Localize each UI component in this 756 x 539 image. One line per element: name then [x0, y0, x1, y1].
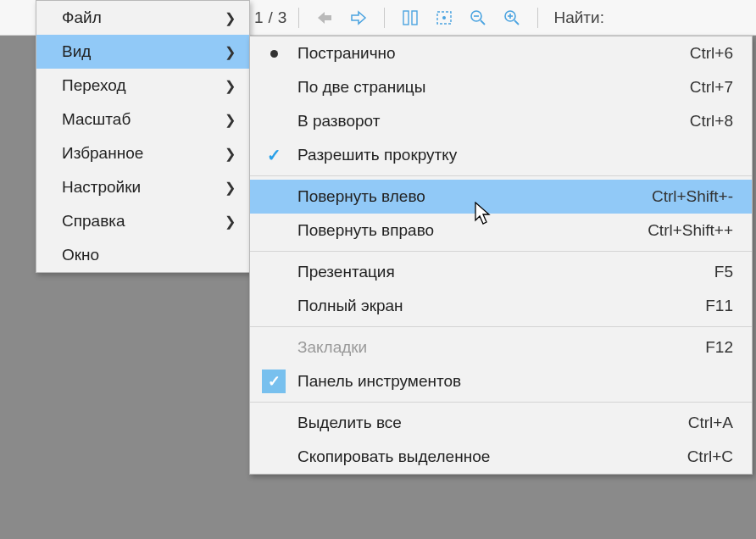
menu-item-label: Переход [62, 76, 125, 95]
chevron-right-icon: ❯ [225, 10, 236, 26]
shortcut-text: Ctrl+6 [680, 44, 733, 63]
chevron-right-icon: ❯ [225, 214, 236, 230]
page-sep: / [269, 8, 273, 27]
check-icon: ✓ [262, 370, 286, 393]
menu-item-goto[interactable]: Переход ❯ [36, 69, 249, 103]
next-page-button[interactable] [345, 4, 372, 31]
svg-rect-0 [403, 11, 409, 25]
submenu-item-label: Закладки [297, 338, 695, 357]
fit-width-button[interactable] [397, 4, 424, 31]
page-total: 3 [278, 8, 287, 27]
submenu-item-label: Постранично [297, 44, 680, 63]
submenu-item-label: Выделить все [297, 414, 678, 432]
submenu-item-label: Повернуть влево [297, 187, 642, 206]
toolbar-separator [384, 8, 385, 28]
submenu-item-label: По две страницы [297, 78, 680, 97]
submenu-item-label: Повернуть вправо [297, 221, 637, 240]
chevron-right-icon: ❯ [225, 44, 236, 60]
shortcut-text: F11 [695, 297, 733, 315]
menu-item-label: Масштаб [62, 110, 131, 129]
menu-item-settings[interactable]: Настройки ❯ [36, 170, 249, 204]
svg-rect-1 [412, 11, 417, 25]
menu-item-zoom[interactable]: Масштаб ❯ [36, 103, 249, 136]
menu-item-help[interactable]: Справка ❯ [36, 204, 249, 238]
zoom-in-button[interactable] [498, 4, 525, 31]
svg-line-5 [481, 20, 485, 25]
submenu-item-single-page[interactable]: Постранично Ctrl+6 [250, 36, 752, 70]
submenu-separator [250, 175, 752, 176]
shortcut-text: F12 [695, 338, 733, 357]
submenu-item-toolbar[interactable]: ✓ Панель инструментов [250, 364, 752, 398]
shortcut-text: Ctrl+Shift+- [642, 187, 733, 206]
fit-width-icon [401, 9, 420, 26]
submenu-item-fullscreen[interactable]: Полный экран F11 [250, 289, 752, 323]
submenu-item-label: Презентация [297, 263, 704, 281]
submenu-item-label: Скопировать выделенное [297, 447, 677, 466]
fit-page-icon [435, 9, 453, 26]
menu-item-file[interactable]: Файл ❯ [36, 1, 249, 35]
submenu-item-allow-scroll[interactable]: ✓ Разрешить прокрутку [250, 138, 752, 172]
toolbar-separator [537, 8, 538, 28]
main-menu: Файл ❯ Вид ❯ Переход ❯ Масштаб ❯ Избранн… [36, 0, 250, 273]
submenu-item-label: Полный экран [297, 297, 695, 315]
arrow-right-icon [349, 10, 368, 25]
submenu-item-rotate-left[interactable]: Повернуть влево Ctrl+Shift+- [250, 180, 752, 214]
submenu-item-label: Панель инструментов [297, 372, 723, 391]
shortcut-text: Ctrl+8 [680, 112, 733, 131]
check-icon: ✓ [267, 145, 281, 165]
find-label: Найти: [553, 8, 604, 27]
zoom-out-button[interactable] [464, 4, 492, 31]
menu-item-label: Окно [62, 246, 99, 264]
fit-page-button[interactable] [431, 4, 458, 31]
submenu-item-rotate-right[interactable]: Повернуть вправо Ctrl+Shift++ [250, 214, 752, 247]
radio-selected-icon [270, 50, 278, 58]
submenu-item-label: Разрешить прокрутку [297, 146, 723, 164]
menu-item-view[interactable]: Вид ❯ [36, 35, 249, 69]
page-current: 1 [254, 8, 264, 27]
shortcut-text: F5 [704, 263, 733, 281]
submenu-item-presentation[interactable]: Презентация F5 [250, 255, 752, 289]
menu-item-label: Избранное [62, 144, 143, 163]
submenu-item-book-view[interactable]: В разворот Ctrl+8 [250, 104, 752, 138]
submenu-item-two-pages[interactable]: По две страницы Ctrl+7 [250, 70, 752, 104]
menu-item-label: Файл [62, 8, 102, 27]
menu-item-label: Настройки [62, 178, 141, 197]
chevron-right-icon: ❯ [225, 146, 236, 162]
chevron-right-icon: ❯ [225, 180, 236, 196]
svg-point-3 [442, 16, 446, 19]
arrow-left-icon [315, 10, 334, 25]
menu-item-favorites[interactable]: Избранное ❯ [36, 136, 249, 170]
menu-item-label: Справка [62, 212, 125, 231]
zoom-in-icon [503, 8, 521, 27]
submenu-view: Постранично Ctrl+6 По две страницы Ctrl+… [249, 36, 753, 475]
chevron-right-icon: ❯ [225, 78, 236, 94]
zoom-out-icon [469, 8, 487, 27]
submenu-item-label: В разворот [297, 112, 680, 131]
submenu-item-bookmarks[interactable]: Закладки F12 [250, 331, 752, 364]
submenu-separator [250, 402, 752, 403]
shortcut-text: Ctrl+A [678, 414, 733, 432]
shortcut-text: Ctrl+Shift++ [637, 221, 733, 240]
shortcut-text: Ctrl+C [677, 447, 733, 466]
svg-line-8 [514, 20, 519, 25]
submenu-separator [250, 326, 752, 327]
submenu-separator [250, 251, 752, 252]
toolbar-separator [298, 8, 299, 28]
page-indicator: 1 / 3 [254, 8, 286, 27]
chevron-right-icon: ❯ [225, 112, 236, 128]
menu-item-label: Вид [62, 42, 91, 61]
submenu-item-select-all[interactable]: Выделить все Ctrl+A [250, 406, 752, 440]
shortcut-text: Ctrl+7 [680, 78, 733, 97]
menu-item-window[interactable]: Окно [36, 238, 249, 272]
prev-page-button[interactable] [311, 4, 338, 31]
submenu-item-copy-selection[interactable]: Скопировать выделенное Ctrl+C [250, 440, 752, 474]
